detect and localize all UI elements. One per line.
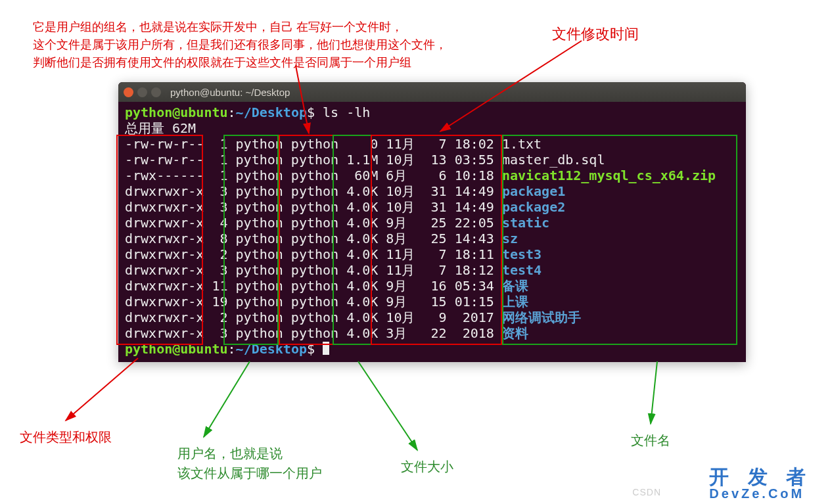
prompt-path: ~/Desktop: [236, 104, 307, 120]
minimize-icon[interactable]: [137, 87, 147, 97]
watermark-brand-en: DevZe.CoM: [709, 487, 812, 501]
list-item: drwxrwxr-x 3 python python 4.0K 3月 22 20…: [125, 325, 739, 341]
prompt-user: python@ubuntu: [125, 104, 228, 120]
list-item: -rw-rw-r-- 1 python python 1.1M 10月 13 0…: [125, 152, 739, 168]
watermark-brand: 开 发 者 DevZe.CoM: [709, 467, 812, 501]
filename: sz: [502, 231, 518, 246]
filename: package2: [502, 199, 565, 215]
filename: 1.txt: [502, 136, 542, 152]
list-item: -rwx------ 1 python python 60M 6月 6 10:1…: [125, 168, 739, 183]
annotation-user: 用户名，也就是说 该文件从属于哪一个用户: [177, 444, 322, 483]
cursor: [323, 342, 329, 355]
annotation-line: 该文件从属于哪一个用户: [177, 463, 322, 483]
terminal-window: python@ubuntu: ~/Desktop python@ubuntu:~…: [118, 82, 746, 362]
annotation-line: 这个文件是属于该用户所有，但是我们还有很多同事，他们也想使用这个文件，: [33, 36, 447, 54]
close-icon[interactable]: [124, 87, 133, 97]
list-item: drwxrwxr-x 2 python python 4.0K 10月 9 20…: [125, 309, 739, 325]
filename: master_db.sql: [502, 152, 605, 168]
svg-line-4: [358, 361, 417, 450]
watermark-brand-cn: 开 发 者: [709, 466, 812, 488]
filename: test4: [502, 262, 542, 278]
filename: static: [502, 215, 549, 231]
annotation-fname: 文件名: [631, 430, 670, 450]
filename: navicat112_mysql_cs_x64.zip: [502, 168, 716, 183]
list-item: drwxrwxr-x 11 python python 4.0K 9月 16 0…: [125, 278, 739, 294]
total-line: 总用量 62M: [125, 120, 739, 136]
annotation-size: 文件大小: [401, 457, 453, 476]
annotation-line: 它是用户组的组名，也就是说在实际开发中，自己 在写好一个文件时，: [33, 18, 447, 36]
window-title: python@ubuntu: ~/Desktop: [170, 87, 290, 98]
list-item: drwxrwxr-x 3 python python 4.0K 10月 31 1…: [125, 183, 739, 199]
list-item: drwxrwxr-x 3 python python 4.0K 10月 31 1…: [125, 199, 739, 215]
prompt-line-2: python@ubuntu:~/Desktop$: [125, 341, 739, 357]
filename: 资料: [502, 325, 528, 341]
filename: package1: [502, 183, 565, 199]
filename: test3: [502, 246, 542, 262]
annotation-perms: 文件类型和权限: [20, 427, 112, 447]
annotation-line: 用户名，也就是说: [177, 444, 322, 463]
listing: -rw-rw-r-- 1 python python 0 11月 7 18:02…: [125, 136, 739, 341]
prompt-symbol: $: [307, 104, 315, 120]
list-item: drwxrwxr-x 19 python python 4.0K 9月 15 0…: [125, 294, 739, 309]
svg-line-3: [204, 361, 250, 437]
filename: 上课: [502, 294, 528, 309]
titlebar[interactable]: python@ubuntu: ~/Desktop: [118, 82, 746, 102]
watermark-csdn: CSDN: [632, 487, 661, 497]
annotation-line: 判断他们是否拥有使用文件的权限就在于这些文件是否同属于一个用户组: [33, 54, 447, 72]
svg-line-5: [651, 361, 657, 424]
list-item: -rw-rw-r-- 1 python python 0 11月 7 18:02…: [125, 136, 739, 152]
command: ls -lh: [323, 104, 370, 120]
list-item: drwxrwxr-x 4 python python 4.0K 9月 25 22…: [125, 215, 739, 231]
maximize-icon[interactable]: [151, 87, 161, 97]
filename: 网络调试助手: [502, 309, 581, 325]
svg-line-2: [66, 358, 138, 421]
list-item: drwxrwxr-x 8 python python 4.0K 8月 25 14…: [125, 231, 739, 246]
annotation-group-desc: 它是用户组的组名，也就是说在实际开发中，自己 在写好一个文件时， 这个文件是属于…: [33, 18, 447, 72]
terminal-body[interactable]: python@ubuntu:~/Desktop$ ls -lh 总用量 62M …: [118, 102, 746, 362]
list-item: drwxrwxr-x 3 python python 4.0K 11月 7 18…: [125, 262, 739, 278]
list-item: drwxrwxr-x 2 python python 4.0K 11月 7 18…: [125, 246, 739, 262]
filename: 备课: [502, 278, 528, 294]
annotation-modtime: 文件修改时间: [552, 23, 639, 45]
prompt-line: python@ubuntu:~/Desktop$ ls -lh: [125, 104, 739, 120]
